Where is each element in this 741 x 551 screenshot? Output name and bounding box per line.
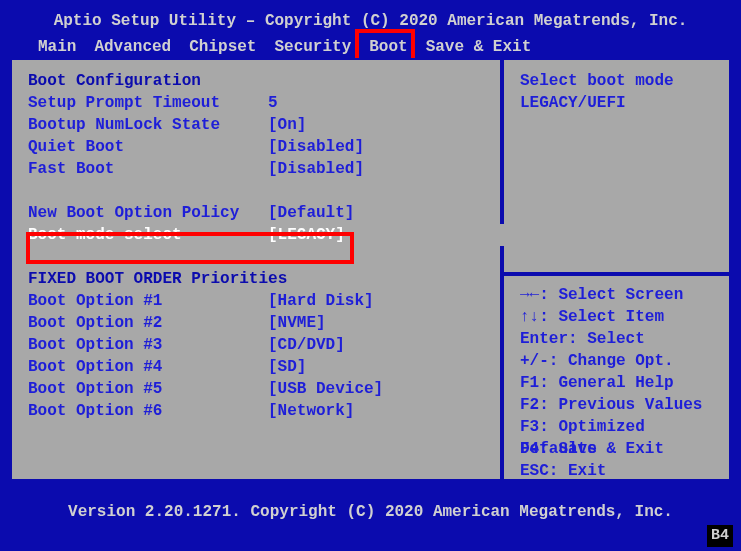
opt-numlock[interactable]: Bootup NumLock State [On]: [28, 114, 508, 136]
window-title: Aptio Setup Utility – Copyright (C) 2020…: [0, 0, 741, 32]
opt-boot-mode-select[interactable]: Boot mode select [LEGACY]: [28, 224, 508, 246]
help-pane: Select boot mode LEGACY/UEFI →←: Select …: [506, 60, 729, 479]
help-key-3: +/-: Change Opt.: [520, 350, 719, 372]
content-frame: Boot Configuration Setup Prompt Timeout …: [10, 58, 731, 481]
boot-option-6[interactable]: Boot Option #6 [Network]: [28, 400, 508, 422]
label: Quiet Boot: [28, 136, 268, 158]
boot-option-5[interactable]: Boot Option #5 [USB Device]: [28, 378, 508, 400]
help-key-5: F2: Previous Values: [520, 394, 719, 416]
opt-fast-boot[interactable]: Fast Boot [Disabled]: [28, 158, 508, 180]
value: [Hard Disk]: [268, 290, 374, 312]
opt-new-boot-policy[interactable]: New Boot Option Policy [Default]: [28, 202, 508, 224]
footer: Version 2.20.1271. Copyright (C) 2020 Am…: [0, 491, 741, 551]
version-bar: Version 2.20.1271. Copyright (C) 2020 Am…: [10, 501, 731, 525]
help-key-4: F1: General Help: [520, 372, 719, 394]
label: Boot Option #4: [28, 356, 268, 378]
opt-quiet-boot[interactable]: Quiet Boot [Disabled]: [28, 136, 508, 158]
help-desc-1: Select boot mode: [520, 70, 719, 92]
blank: [28, 246, 508, 268]
label: New Boot Option Policy: [28, 202, 268, 224]
value: [On]: [268, 114, 306, 136]
menu-advanced[interactable]: Advanced: [94, 36, 171, 58]
label: Boot Option #1: [28, 290, 268, 312]
help-key-7: F4: Save & Exit: [520, 438, 719, 460]
boot-option-1[interactable]: Boot Option #1 [Hard Disk]: [28, 290, 508, 312]
value: [USB Device]: [268, 378, 383, 400]
value: [LEGACY]: [268, 224, 345, 246]
label: Bootup NumLock State: [28, 114, 268, 136]
corner-code: B4: [707, 525, 733, 547]
label: Fast Boot: [28, 158, 268, 180]
boot-option-4[interactable]: Boot Option #4 [SD]: [28, 356, 508, 378]
boot-option-3[interactable]: Boot Option #3 [CD/DVD]: [28, 334, 508, 356]
menu-save-exit[interactable]: Save & Exit: [426, 36, 532, 58]
label: Boot Option #2: [28, 312, 268, 334]
menu-security[interactable]: Security: [274, 36, 351, 58]
boot-option-2[interactable]: Boot Option #2 [NVME]: [28, 312, 508, 334]
help-key-2: Enter: Select: [520, 328, 719, 350]
label: Boot mode select: [28, 224, 268, 246]
value: [SD]: [268, 356, 306, 378]
menu-boot[interactable]: Boot: [369, 36, 407, 58]
section-boot-config: Boot Configuration: [28, 70, 508, 92]
section-fixed-boot-order: FIXED BOOT ORDER Priorities: [28, 268, 508, 290]
label: Boot Option #3: [28, 334, 268, 356]
value: [Network]: [268, 400, 354, 422]
help-key-0: →←: Select Screen: [520, 284, 719, 306]
bios-screen: Aptio Setup Utility – Copyright (C) 2020…: [0, 0, 741, 551]
value: [CD/DVD]: [268, 334, 345, 356]
menu-main[interactable]: Main: [38, 36, 76, 58]
menubar: Main Advanced Chipset Security Boot Save…: [0, 36, 741, 58]
label: Boot Option #6: [28, 400, 268, 422]
value: [Disabled]: [268, 158, 364, 180]
help-key-1: ↑↓: Select Item: [520, 306, 719, 328]
value: [Default]: [268, 202, 354, 224]
blank: [28, 180, 508, 202]
opt-prompt-timeout[interactable]: Setup Prompt Timeout 5: [28, 92, 508, 114]
menu-chipset[interactable]: Chipset: [189, 36, 256, 58]
settings-pane: Boot Configuration Setup Prompt Timeout …: [12, 60, 518, 479]
value: [NVME]: [268, 312, 326, 334]
label: Boot Option #5: [28, 378, 268, 400]
value: [Disabled]: [268, 136, 364, 158]
value: 5: [268, 92, 278, 114]
label: Setup Prompt Timeout: [28, 92, 268, 114]
help-key-6: F3: Optimized Defaults: [520, 416, 719, 438]
help-desc-2: LEGACY/UEFI: [520, 92, 719, 114]
help-key-8: ESC: Exit: [520, 460, 719, 482]
